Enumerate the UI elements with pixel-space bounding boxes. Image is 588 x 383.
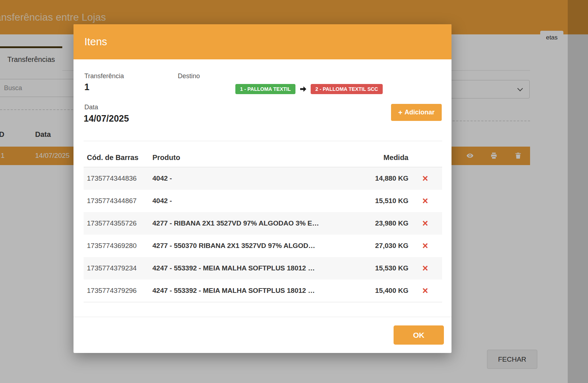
item-produto: 4247 - 553392 - MEIA MALHA SOFTPLUS 1801…: [149, 264, 354, 272]
item-barcode: 1735774344836: [84, 174, 149, 182]
modal-body: Transferência 1 Destino 1 - PALLOMA TEXT…: [74, 59, 452, 353]
section-divider: [84, 141, 442, 141]
item-medida: 15,510 KG: [354, 197, 408, 205]
adicionar-label: Adicionar: [404, 109, 434, 116]
item-medida: 27,030 KG: [354, 242, 408, 250]
item-barcode: 1735774379234: [84, 264, 149, 272]
item-barcode: 1735774369280: [84, 242, 149, 250]
item-row: 1735774355726 4277 - RIBANA 2X1 3527VD 9…: [84, 212, 442, 235]
item-row: 1735774344867 4042 - 15,510 KG ×: [84, 190, 442, 212]
col-barcode-header: Cód. de Barras: [84, 153, 149, 162]
item-medida: 15,530 KG: [354, 264, 408, 272]
data-label: Data: [84, 104, 98, 111]
arrow-right-icon: [299, 85, 307, 93]
item-row: 1735774369280 4277 - 550370 RIBANA 2X1 3…: [84, 235, 442, 257]
destino-label: Destino: [178, 72, 200, 80]
item-produto: 4277 - 550370 RIBANA 2X1 3527VD 97% ALGO…: [149, 242, 354, 250]
item-produto: 4247 - 553392 - MEIA MALHA SOFTPLUS 1801…: [149, 287, 354, 295]
item-produto: 4042 -: [149, 197, 354, 205]
adicionar-button[interactable]: + Adicionar: [391, 104, 442, 121]
item-row: 1735774379234 4247 - 553392 - MEIA MALHA…: [84, 257, 442, 279]
data-value: 14/07/2025: [84, 113, 129, 124]
remove-item-icon[interactable]: ×: [423, 196, 428, 206]
col-produto-header: Produto: [149, 153, 354, 162]
col-medida-header: Medida: [354, 153, 408, 162]
item-medida: 15,400 KG: [354, 287, 408, 295]
item-row: 1735774379296 4247 - 553392 - MEIA MALHA…: [84, 279, 442, 302]
item-medida: 23,980 KG: [354, 219, 408, 227]
transferencia-label: Transferência: [84, 72, 124, 80]
remove-item-icon[interactable]: ×: [423, 219, 428, 228]
item-produto: 4042 -: [149, 174, 354, 182]
item-produto: 4277 - RIBANA 2X1 3527VD 97% ALGODAO 3% …: [149, 219, 354, 227]
destination-store-badge: 2 - PALLOMA TEXTIL SCC: [311, 84, 383, 94]
remove-item-icon[interactable]: ×: [423, 174, 428, 184]
items-table: Cód. de Barras Produto Medida 1735774344…: [84, 148, 442, 302]
remove-item-icon[interactable]: ×: [423, 241, 428, 251]
screen: Transferências entre Lojas etas Transfer…: [0, 0, 588, 383]
item-barcode: 1735774344867: [84, 197, 149, 205]
item-barcode: 1735774379296: [84, 287, 149, 295]
items-table-header: Cód. de Barras Produto Medida: [84, 148, 442, 167]
origin-store-badge: 1 - PALLOMA TEXTIL: [235, 84, 295, 94]
item-barcode: 1735774355726: [84, 219, 149, 227]
plus-icon: +: [398, 109, 403, 116]
ok-button[interactable]: OK: [394, 325, 444, 345]
item-row: 1735774344836 4042 - 14,880 KG ×: [84, 167, 442, 190]
modal-header: Itens: [74, 24, 452, 59]
modal-title: Itens: [84, 36, 107, 48]
destino-badges: 1 - PALLOMA TEXTIL 2 - PALLOMA TEXTIL SC…: [235, 84, 383, 94]
remove-item-icon[interactable]: ×: [423, 264, 428, 273]
footer-divider: [74, 317, 452, 317]
transferencia-value: 1: [84, 82, 89, 92]
itens-modal: Itens Transferência 1 Destino 1 - PALLOM…: [74, 24, 452, 353]
item-medida: 14,880 KG: [354, 174, 408, 182]
remove-item-icon[interactable]: ×: [423, 286, 428, 296]
